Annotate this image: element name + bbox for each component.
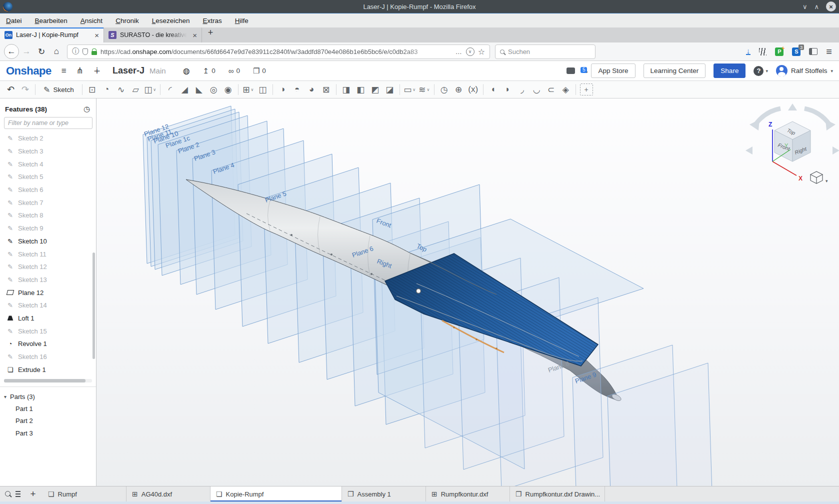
app-store-button[interactable]: App Store: [591, 64, 635, 78]
replace-face-icon[interactable]: ◧: [354, 82, 368, 96]
part-row[interactable]: Part 2: [0, 415, 96, 428]
fill-surface-icon[interactable]: ◪: [382, 82, 397, 96]
search-input[interactable]: [508, 48, 578, 56]
forward-button[interactable]: →: [19, 44, 34, 59]
move-face-icon[interactable]: ◨: [339, 82, 354, 96]
link-count[interactable]: ∞0: [228, 66, 240, 75]
feature-row[interactable]: Sketch 15: [0, 324, 96, 338]
sketch-point-marker[interactable]: [416, 289, 421, 294]
home-button[interactable]: ⌂: [49, 44, 64, 59]
extension-s-icon[interactable]: S3: [792, 48, 800, 56]
view-mode-cube-icon[interactable]: [810, 172, 822, 184]
page-info-icon[interactable]: ⓘ: [72, 47, 79, 56]
feature-row[interactable]: Sketch 4: [0, 158, 96, 170]
element-tab[interactable]: Assembly 1: [342, 486, 426, 502]
view-mode-chevron-icon[interactable]: ▾: [826, 178, 828, 184]
feature-row[interactable]: Sketch 9: [0, 222, 96, 235]
extrude-icon[interactable]: ⊡: [85, 82, 100, 96]
vertical-scrollbar[interactable]: [92, 252, 95, 359]
document-title[interactable]: Laser-J: [112, 66, 144, 76]
fillet-icon[interactable]: ◜: [163, 82, 178, 96]
feature-row[interactable]: Sketch 13: [0, 274, 96, 286]
thicken-icon[interactable]: ◫∨: [143, 82, 158, 96]
feature-row[interactable]: Sketch 14: [0, 299, 96, 312]
hole-icon[interactable]: ◉: [221, 82, 236, 96]
new-tab-button[interactable]: +: [202, 28, 219, 38]
mirror-icon[interactable]: ◫: [256, 82, 270, 96]
menu-item[interactable]: Lesezeichen: [152, 17, 190, 24]
menu-item[interactable]: Extras: [203, 17, 222, 24]
helix-icon[interactable]: ≋∨: [417, 82, 432, 96]
onshape-logo[interactable]: Onshape: [6, 64, 52, 78]
chamfer-icon[interactable]: ◢: [178, 82, 192, 96]
element-tab[interactable]: Rumpf: [42, 486, 126, 502]
feature-row[interactable]: Revolve 1: [0, 338, 96, 350]
redo-icon[interactable]: ↷: [18, 82, 32, 96]
browser-menu-icon[interactable]: ≡: [826, 48, 832, 55]
downloads-icon[interactable]: ↓: [746, 48, 751, 55]
browser-tab[interactable]: S SURASTO - die kreative Seite ×: [104, 28, 202, 42]
sketch-button[interactable]: ✎ Sketch: [38, 82, 80, 96]
help-menu[interactable]: ?▾: [754, 66, 768, 76]
public-globe-icon[interactable]: ◍: [183, 66, 190, 76]
part-row[interactable]: Part 1: [0, 402, 96, 415]
element-tab[interactable]: Kopie-Rumpf: [210, 486, 342, 502]
rollback-clock-icon[interactable]: ◷: [84, 104, 90, 114]
copy-count[interactable]: ❐0: [253, 66, 266, 76]
parts-section-header[interactable]: ▾ Parts (3): [0, 387, 96, 402]
element-tab[interactable]: AG40d.dxf: [126, 486, 210, 502]
reload-button[interactable]: ↻: [34, 44, 49, 59]
feature-filter-input[interactable]: [4, 117, 92, 129]
split-icon[interactable]: ◓: [290, 82, 304, 96]
feature-row[interactable]: Sketch 2: [0, 132, 96, 145]
joint-icon[interactable]: ⊂: [544, 82, 558, 96]
feature-row[interactable]: Sketch 6: [0, 184, 96, 196]
element-tab[interactable]: Rumpfkontur.dxf Drawin...: [510, 486, 605, 502]
derived-icon[interactable]: ⊕: [452, 82, 466, 96]
feature-row[interactable]: Sketch 16: [0, 350, 96, 364]
document-menu-icon[interactable]: ≡: [62, 68, 66, 74]
library-icon[interactable]: [759, 48, 766, 56]
menu-item[interactable]: Ansicht: [80, 17, 102, 24]
element-tab[interactable]: Rumpfkontur.dxf: [426, 486, 510, 502]
view-cube[interactable]: Top Front Right Z X Y ▾: [746, 104, 839, 184]
feedback-chat-icon[interactable]: [566, 68, 575, 74]
bookmark-star-icon[interactable]: ☆: [478, 47, 485, 56]
window-minimize-button[interactable]: ∨: [802, 3, 808, 10]
feature-row[interactable]: Loft 1: [0, 312, 96, 325]
corner-icon[interactable]: ◡: [530, 82, 544, 96]
finish-icon[interactable]: ◈: [558, 82, 573, 96]
revolve-icon[interactable]: ◔: [100, 82, 114, 96]
undo-icon[interactable]: ↶: [4, 82, 18, 96]
insert-element-icon[interactable]: ∔: [94, 66, 100, 76]
offset-surface-icon[interactable]: ◩: [368, 82, 382, 96]
feature-row[interactable]: Sketch 12: [0, 260, 96, 274]
feature-row[interactable]: Sketch 7: [0, 196, 96, 209]
flange-icon[interactable]: ◗: [500, 82, 515, 96]
loft-icon[interactable]: ▱: [128, 82, 143, 96]
like-count[interactable]: ↥0: [203, 66, 216, 76]
menu-item[interactable]: Datei: [6, 17, 22, 24]
page-actions-icon[interactable]: …: [456, 48, 462, 56]
feature-row[interactable]: Extrude 1: [0, 363, 96, 376]
pocket-icon[interactable]: [466, 48, 474, 56]
window-close-button[interactable]: ×: [826, 2, 836, 12]
draft-icon[interactable]: ◣: [192, 82, 206, 96]
linear-pattern-icon[interactable]: ⊞∨: [241, 82, 256, 96]
tracking-shield-icon[interactable]: [82, 48, 88, 55]
boolean-icon[interactable]: ◑: [276, 82, 290, 96]
surface-icon[interactable]: ▭∨: [402, 82, 417, 96]
feature-row[interactable]: Sketch 10: [0, 235, 96, 248]
url-bar[interactable]: ⓘ https://cad.onshape.com/documents/66fd…: [67, 44, 490, 59]
ssl-lock-icon[interactable]: [92, 51, 97, 55]
learning-center-button[interactable]: Learning Center: [644, 64, 706, 78]
user-menu[interactable]: Ralf Stoffels ▾: [776, 65, 833, 76]
sheet-metal-icon[interactable]: ◖: [486, 82, 500, 96]
tab-close-icon[interactable]: ×: [192, 31, 197, 40]
custom-feature-icon[interactable]: +: [580, 84, 593, 96]
feature-row[interactable]: Sketch 8: [0, 209, 96, 222]
delete-face-icon[interactable]: ⊠: [319, 82, 334, 96]
back-button[interactable]: ←: [4, 44, 19, 59]
part-row[interactable]: Part 3: [0, 427, 96, 440]
search-bar[interactable]: [495, 44, 596, 59]
